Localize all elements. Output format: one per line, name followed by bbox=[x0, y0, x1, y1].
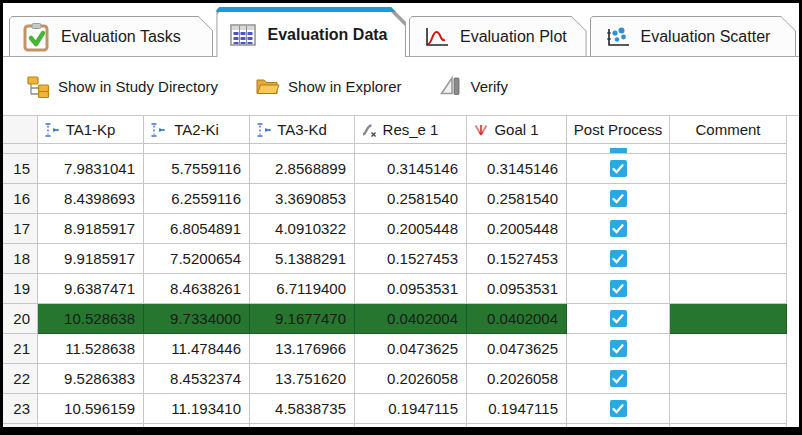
comment-cell[interactable] bbox=[670, 274, 787, 304]
post-process-cell[interactable] bbox=[567, 244, 670, 274]
data-cell[interactable]: 0.0473625 bbox=[467, 334, 567, 364]
data-cell[interactable]: 5.1388291 bbox=[250, 244, 355, 274]
data-cell[interactable]: 9.1677470 bbox=[250, 304, 355, 334]
post-process-checkbox[interactable] bbox=[610, 340, 627, 357]
data-cell[interactable]: 0.2005448 bbox=[467, 214, 567, 244]
table-row[interactable]: 2310.59615911.1934104.58387350.19471150.… bbox=[3, 394, 799, 424]
data-cell[interactable]: 8.4638261 bbox=[144, 274, 250, 304]
data-cell[interactable]: 11.528638 bbox=[38, 334, 144, 364]
data-cell[interactable]: 10.596159 bbox=[38, 394, 144, 424]
post-process-cell[interactable] bbox=[567, 394, 670, 424]
table-row[interactable]: 2111.52863811.47844613.1769660.04736250.… bbox=[3, 334, 799, 364]
data-cell[interactable]: 0.1527453 bbox=[355, 244, 467, 274]
data-cell[interactable]: 0.0473625 bbox=[355, 334, 467, 364]
data-cell[interactable]: 0.1947115 bbox=[467, 394, 567, 424]
data-cell[interactable]: 0.3145146 bbox=[355, 154, 467, 184]
post-process-cell[interactable] bbox=[567, 184, 670, 214]
table-row[interactable]: 189.91859177.52006545.13882910.15274530.… bbox=[3, 244, 799, 274]
data-cell[interactable]: 0.0953531 bbox=[467, 274, 567, 304]
data-cell[interactable]: 9.9185917 bbox=[38, 244, 144, 274]
comment-cell[interactable] bbox=[670, 244, 787, 274]
table-row[interactable]: 178.91859176.80548914.09103220.20054480.… bbox=[3, 214, 799, 244]
table-row[interactable]: 168.43986936.25591163.36908530.25815400.… bbox=[3, 184, 799, 214]
post-process-checkbox[interactable] bbox=[610, 310, 627, 327]
data-cell[interactable]: 11.193410 bbox=[144, 394, 250, 424]
table-row[interactable]: 199.63874718.46382616.71194000.09535310.… bbox=[3, 274, 799, 304]
table-row[interactable]: 157.98310415.75591162.85688990.31451460.… bbox=[3, 154, 799, 184]
data-cell[interactable]: 0.2026058 bbox=[355, 364, 467, 394]
post-process-checkbox[interactable] bbox=[610, 370, 627, 387]
post-process-checkbox[interactable] bbox=[610, 280, 627, 297]
row-number-cell[interactable]: 19 bbox=[3, 274, 38, 304]
data-cell[interactable]: 13.176966 bbox=[250, 334, 355, 364]
tab-evaluation-data[interactable]: Evaluation Data bbox=[216, 7, 406, 57]
comment-cell[interactable] bbox=[670, 364, 787, 394]
data-cell[interactable]: 0.1947115 bbox=[355, 394, 467, 424]
data-cell[interactable]: 0.0402004 bbox=[355, 304, 467, 334]
data-cell[interactable]: 6.8054891 bbox=[144, 214, 250, 244]
post-process-cell[interactable] bbox=[567, 304, 670, 334]
data-cell[interactable]: 8.4398693 bbox=[38, 184, 144, 214]
comment-cell[interactable] bbox=[670, 334, 787, 364]
data-cell[interactable]: 7.9831041 bbox=[38, 154, 144, 184]
table-row[interactable]: 229.52863838.453237413.7516200.20260580.… bbox=[3, 364, 799, 394]
comment-cell[interactable] bbox=[670, 304, 787, 334]
data-cell[interactable]: 11.478446 bbox=[144, 334, 250, 364]
row-number-cell[interactable]: 23 bbox=[3, 394, 38, 424]
data-cell[interactable]: 6.7119400 bbox=[250, 274, 355, 304]
column-header-post-process[interactable]: Post Process bbox=[567, 116, 670, 144]
data-cell[interactable]: 0.1527453 bbox=[467, 244, 567, 274]
data-cell[interactable]: 9.7334000 bbox=[144, 304, 250, 334]
data-cell[interactable]: 5.7559116 bbox=[144, 154, 250, 184]
data-cell[interactable]: 4.0910322 bbox=[250, 214, 355, 244]
data-cell[interactable]: 8.4532374 bbox=[144, 364, 250, 394]
data-cell[interactable]: 0.2581540 bbox=[355, 184, 467, 214]
data-cell[interactable]: 0.0402004 bbox=[467, 304, 567, 334]
post-process-checkbox[interactable] bbox=[610, 400, 627, 417]
post-process-checkbox[interactable] bbox=[610, 160, 627, 177]
data-cell[interactable]: 2.8568899 bbox=[250, 154, 355, 184]
verify-button[interactable]: Verify bbox=[439, 75, 508, 97]
comment-cell[interactable] bbox=[670, 214, 787, 244]
column-header-goal-1[interactable]: Goal 1 bbox=[467, 116, 567, 144]
row-number-cell[interactable]: 20 bbox=[3, 304, 38, 334]
comment-cell[interactable] bbox=[670, 394, 787, 424]
column-header-comment[interactable]: Comment bbox=[670, 116, 787, 144]
tab-evaluation-tasks[interactable]: Evaluation Tasks bbox=[9, 16, 213, 56]
data-cell[interactable]: 9.5286383 bbox=[38, 364, 144, 394]
row-number-cell[interactable]: 16 bbox=[3, 184, 38, 214]
data-cell[interactable]: 0.2581540 bbox=[467, 184, 567, 214]
tab-evaluation-scatter[interactable]: Evaluation Scatter bbox=[590, 16, 796, 56]
column-header-ta1-kp[interactable]: TA1-Kp bbox=[38, 116, 144, 144]
data-cell[interactable]: 0.2005448 bbox=[355, 214, 467, 244]
column-header-ta3-kd[interactable]: TA3-Kd bbox=[250, 116, 355, 144]
row-number-cell[interactable]: 21 bbox=[3, 334, 38, 364]
comment-cell[interactable] bbox=[670, 184, 787, 214]
post-process-checkbox[interactable] bbox=[610, 220, 627, 237]
data-cell[interactable]: 7.5200654 bbox=[144, 244, 250, 274]
data-cell[interactable]: 0.2026058 bbox=[467, 364, 567, 394]
comment-cell[interactable] bbox=[670, 154, 787, 184]
post-process-checkbox[interactable] bbox=[610, 250, 627, 267]
column-header-res-e-1[interactable]: Res_e 1 bbox=[355, 116, 467, 144]
tab-evaluation-plot[interactable]: Evaluation Plot bbox=[409, 16, 587, 56]
table-row[interactable]: 2010.5286389.73340009.16774700.04020040.… bbox=[3, 304, 799, 334]
data-cell[interactable]: 0.3145146 bbox=[467, 154, 567, 184]
data-cell[interactable]: 13.751620 bbox=[250, 364, 355, 394]
post-process-cell[interactable] bbox=[567, 364, 670, 394]
post-process-cell[interactable] bbox=[567, 274, 670, 304]
data-cell[interactable]: 4.5838735 bbox=[250, 394, 355, 424]
post-process-cell[interactable] bbox=[567, 154, 670, 184]
column-header-ta2-ki[interactable]: TA2-Ki bbox=[144, 116, 250, 144]
row-number-cell[interactable]: 22 bbox=[3, 364, 38, 394]
row-number-cell[interactable]: 15 bbox=[3, 154, 38, 184]
data-cell[interactable]: 8.9185917 bbox=[38, 214, 144, 244]
post-process-cell[interactable] bbox=[567, 214, 670, 244]
show-in-explorer-button[interactable]: Show in Explorer bbox=[256, 76, 401, 96]
data-cell[interactable]: 3.3690853 bbox=[250, 184, 355, 214]
data-cell[interactable]: 6.2559116 bbox=[144, 184, 250, 214]
post-process-checkbox[interactable] bbox=[610, 190, 627, 207]
row-number-cell[interactable]: 17 bbox=[3, 214, 38, 244]
data-cell[interactable]: 10.528638 bbox=[38, 304, 144, 334]
data-cell[interactable]: 9.6387471 bbox=[38, 274, 144, 304]
